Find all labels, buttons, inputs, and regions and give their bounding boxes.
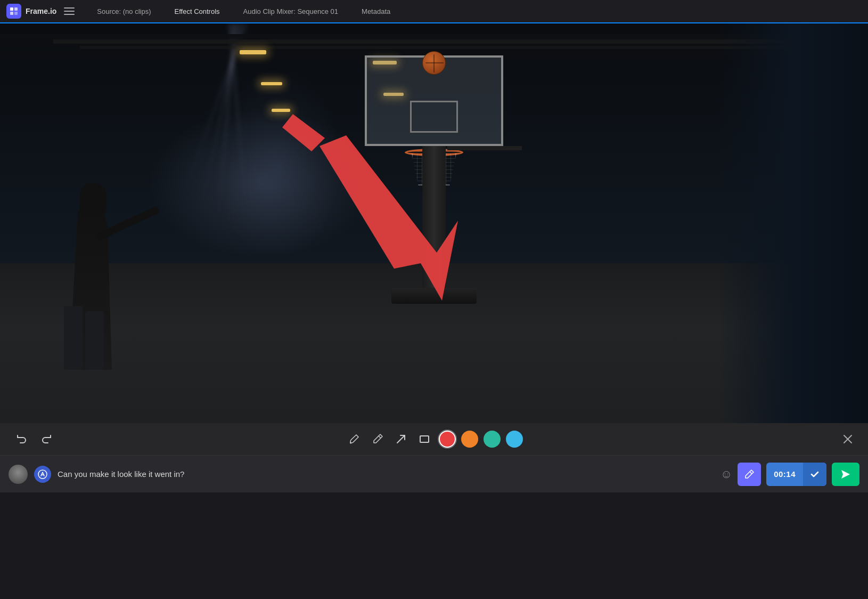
rectangle-tool-button[interactable]	[414, 428, 435, 450]
basketball	[422, 51, 446, 75]
comment-input[interactable]	[58, 470, 714, 479]
timestamp-value: 00:14	[766, 470, 803, 479]
comment-actions: ☺ 00:14	[720, 463, 859, 486]
send-comment-button[interactable]	[832, 463, 859, 486]
timestamp-button[interactable]: 00:14	[766, 463, 826, 486]
drawing-toolbar	[0, 423, 868, 455]
comment-input-area[interactable]	[58, 470, 714, 479]
draw-annotation-button[interactable]	[738, 463, 761, 486]
svg-rect-3	[14, 12, 18, 15]
emoji-button[interactable]: ☺	[720, 467, 732, 481]
tab-effect-controls[interactable]: Effect Controls	[163, 0, 232, 23]
tab-metadata[interactable]: Metadata	[350, 0, 402, 23]
svg-line-8	[397, 435, 405, 443]
close-drawing-button[interactable]	[838, 430, 857, 449]
backboard-inner-square	[410, 101, 458, 133]
svg-rect-9	[420, 436, 429, 442]
timestamp-check-button[interactable]	[803, 463, 826, 486]
color-blue[interactable]	[506, 431, 523, 448]
arrow-tool-button[interactable]	[390, 428, 412, 450]
video-frame	[0, 23, 868, 423]
ceiling-light-3	[272, 109, 290, 112]
video-preview	[0, 23, 868, 423]
player-silhouette	[53, 157, 160, 370]
color-teal[interactable]	[484, 431, 501, 448]
tab-audio-clip-mixer[interactable]: Audio Clip Mixer: Sequence 01	[232, 0, 350, 23]
user-avatar	[9, 465, 28, 484]
svg-rect-2	[10, 12, 13, 15]
tab-bar: Frame.io Source: (no clips) Effect Contr…	[0, 0, 868, 23]
undo-button[interactable]	[11, 428, 32, 450]
tab-source[interactable]: Source: (no clips)	[85, 0, 162, 23]
color-red[interactable]	[439, 431, 456, 448]
player-leg-right	[85, 311, 104, 370]
svg-marker-15	[841, 470, 850, 479]
redo-button[interactable]	[36, 428, 58, 450]
player-head	[80, 183, 107, 215]
hamburger-menu[interactable]	[64, 7, 75, 15]
toolbar-close	[838, 430, 857, 449]
svg-line-7	[379, 436, 381, 438]
svg-point-6	[350, 442, 351, 444]
toolbar-undo-redo	[11, 428, 58, 450]
ceiling-light-2	[261, 82, 282, 85]
ceiling-light-1	[240, 50, 266, 54]
hoop-pole	[422, 146, 446, 295]
frameio-logo	[6, 4, 21, 19]
frameio-indicator	[34, 466, 51, 483]
toolbar-tools-colors	[343, 428, 525, 450]
svg-rect-1	[14, 7, 18, 11]
svg-point-12	[38, 470, 47, 479]
color-orange[interactable]	[461, 431, 478, 448]
svg-line-14	[750, 472, 752, 474]
brush-tool-button[interactable]	[343, 428, 365, 450]
player-leg-left	[64, 306, 83, 370]
pencil-tool-button[interactable]	[367, 428, 388, 450]
avatar-image	[9, 465, 28, 484]
right-wall	[719, 23, 868, 423]
hoop-arm	[447, 146, 522, 150]
comment-bar: ☺ 00:14	[0, 455, 868, 492]
brand-name: Frame.io	[26, 7, 56, 15]
svg-rect-0	[10, 7, 13, 11]
hoop-pole-base	[391, 288, 477, 304]
brand-logo-area[interactable]: Frame.io	[6, 4, 75, 19]
